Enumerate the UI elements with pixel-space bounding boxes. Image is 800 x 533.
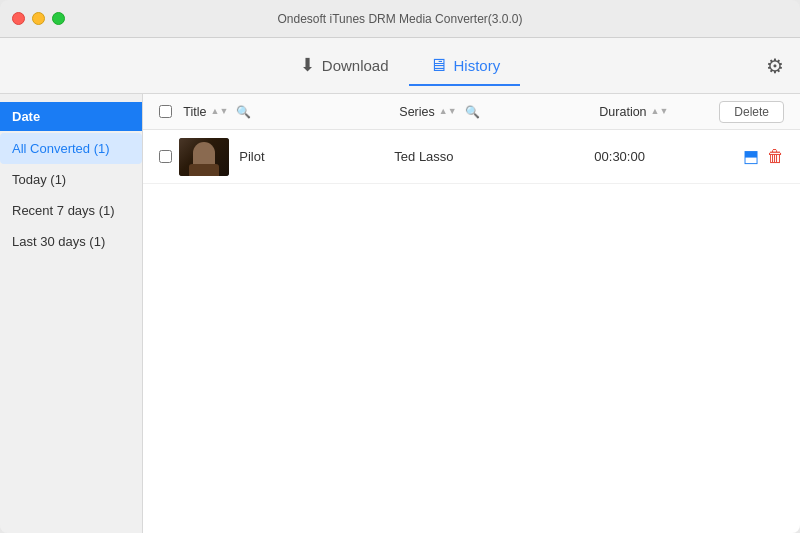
sort-series-icon: ▲▼ xyxy=(439,107,457,116)
col-header-duration[interactable]: Duration ▲▼ xyxy=(599,105,719,119)
close-button[interactable] xyxy=(12,12,25,25)
row-series: Ted Lasso xyxy=(394,149,594,164)
table-header: Title ▲▼ 🔍 Series ▲▼ 🔍 Duration ▲▼ Delet… xyxy=(143,94,800,130)
app-title: Ondesoft iTunes DRM Media Converter(3.0.… xyxy=(278,12,523,26)
delete-row-icon[interactable]: 🗑 xyxy=(767,147,784,167)
sort-title-icon: ▲▼ xyxy=(210,107,228,116)
table-row: Pilot Ted Lasso 00:30:00 ⬒ 🗑 xyxy=(143,130,800,184)
search-title-icon[interactable]: 🔍 xyxy=(236,105,251,119)
select-all-checkbox[interactable] xyxy=(151,105,179,118)
main-content: Date All Converted (1) Today (1) Recent … xyxy=(0,94,800,533)
row-thumbnail xyxy=(179,138,229,176)
open-folder-icon[interactable]: ⬒ xyxy=(743,146,759,167)
col-header-title[interactable]: Title ▲▼ 🔍 xyxy=(179,105,399,119)
thumbnail-image xyxy=(179,138,229,176)
row-actions: ⬒ 🗑 xyxy=(743,146,792,167)
history-label: History xyxy=(454,57,501,74)
gear-icon: ⚙ xyxy=(766,55,784,77)
tab-download[interactable]: ⬇ Download xyxy=(280,46,409,86)
delete-btn-area: Delete xyxy=(719,101,792,123)
toolbar: ⬇ Download 🖥 History ⚙ xyxy=(0,38,800,94)
window-controls xyxy=(12,12,65,25)
row-duration: 00:30:00 xyxy=(594,149,714,164)
settings-button[interactable]: ⚙ xyxy=(766,54,784,78)
sidebar-item-recent-7[interactable]: Recent 7 days (1) xyxy=(0,195,142,226)
content-area: Title ▲▼ 🔍 Series ▲▼ 🔍 Duration ▲▼ Delet… xyxy=(143,94,800,533)
col-header-series[interactable]: Series ▲▼ 🔍 xyxy=(399,105,599,119)
sidebar-item-last-30[interactable]: Last 30 days (1) xyxy=(0,226,142,257)
thumbnail-figure xyxy=(193,142,215,170)
tab-history[interactable]: 🖥 History xyxy=(409,47,521,86)
content-spacer xyxy=(143,184,800,533)
history-icon: 🖥 xyxy=(429,55,447,76)
minimize-button[interactable] xyxy=(32,12,45,25)
search-series-icon[interactable]: 🔍 xyxy=(465,105,480,119)
sort-duration-icon: ▲▼ xyxy=(651,107,669,116)
download-label: Download xyxy=(322,57,389,74)
download-icon: ⬇ xyxy=(300,54,315,76)
delete-button[interactable]: Delete xyxy=(719,101,784,123)
sidebar-item-all-converted[interactable]: All Converted (1) xyxy=(0,133,142,164)
row-title: Pilot xyxy=(239,149,394,164)
sidebar-header: Date xyxy=(0,102,142,131)
row-checkbox[interactable] xyxy=(151,150,179,163)
sidebar-item-today[interactable]: Today (1) xyxy=(0,164,142,195)
title-bar: Ondesoft iTunes DRM Media Converter(3.0.… xyxy=(0,0,800,38)
maximize-button[interactable] xyxy=(52,12,65,25)
sidebar: Date All Converted (1) Today (1) Recent … xyxy=(0,94,143,533)
